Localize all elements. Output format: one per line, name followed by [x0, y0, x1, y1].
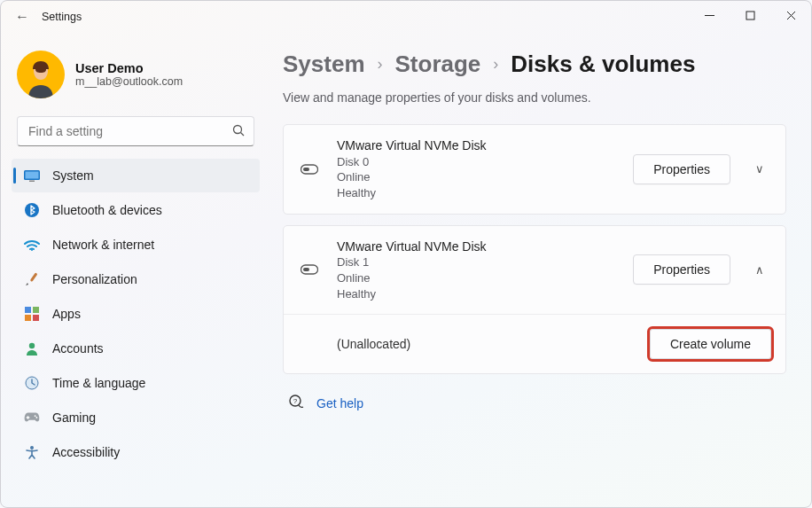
sidebar-item-label: Apps: [52, 307, 81, 321]
svg-point-1: [234, 125, 242, 133]
minimize-button[interactable]: [689, 1, 730, 29]
chevron-up-icon[interactable]: ∧: [748, 263, 771, 277]
svg-point-6: [31, 249, 33, 251]
disk-card: VMware Virtual NVMe DiskDisk 1OnlineHeal…: [283, 225, 786, 375]
disk-row[interactable]: VMware Virtual NVMe DiskDisk 0OnlineHeal…: [284, 125, 785, 214]
create-volume-button[interactable]: Create volume: [650, 329, 771, 359]
sidebar-item-label: Gaming: [52, 410, 96, 425]
breadcrumb-storage[interactable]: Storage: [395, 51, 481, 78]
user-email: m__lab@outlook.com: [75, 75, 183, 88]
disk-name: Disk 0: [337, 154, 615, 170]
svg-rect-7: [30, 272, 38, 282]
maximize-button[interactable]: [730, 1, 770, 29]
breadcrumb-current: Disks & volumes: [511, 51, 695, 78]
chevron-down-icon[interactable]: ∨: [748, 162, 771, 176]
sidebar-item-bluetooth[interactable]: Bluetooth & devices: [12, 193, 260, 227]
disk-status: Online: [337, 270, 615, 286]
sidebar-item-apps[interactable]: Apps: [12, 297, 260, 331]
sidebar-item-label: Accounts: [52, 341, 104, 356]
personalization-icon: [24, 271, 40, 287]
svg-rect-20: [303, 268, 309, 271]
svg-point-15: [36, 417, 38, 418]
svg-rect-11: [33, 315, 39, 321]
sidebar-item-label: System: [52, 168, 94, 183]
sidebar-item-time[interactable]: Time & language: [12, 366, 260, 400]
network-icon: [24, 237, 40, 253]
svg-rect-10: [25, 315, 31, 321]
sidebar-item-label: Bluetooth & devices: [52, 203, 162, 217]
svg-rect-3: [26, 172, 39, 179]
sidebar-item-label: Accessibility: [52, 445, 120, 459]
svg-point-16: [30, 446, 34, 449]
disk-title: VMware Virtual NVMe Disk: [337, 137, 615, 154]
svg-point-14: [35, 415, 36, 417]
time-icon: [24, 375, 40, 391]
bluetooth-icon: [24, 202, 40, 218]
svg-rect-4: [29, 181, 35, 183]
chevron-right-icon: ›: [493, 55, 498, 74]
page-subtitle: View and manage properties of your disks…: [283, 90, 786, 105]
nav-list: SystemBluetooth & devicesNetwork & inter…: [12, 159, 260, 469]
svg-rect-18: [303, 168, 309, 171]
accounts-icon: [24, 340, 40, 356]
svg-rect-9: [33, 307, 39, 313]
breadcrumb-system[interactable]: System: [283, 51, 365, 78]
help-row: ? Get help: [283, 394, 786, 412]
breadcrumb: System › Storage › Disks & volumes: [283, 51, 786, 78]
search-box[interactable]: [17, 116, 254, 146]
sidebar-item-network[interactable]: Network & internet: [12, 228, 260, 262]
volume-row: (Unallocated)Create volume: [284, 314, 785, 373]
sidebar: User Demo m__lab@outlook.com SystemBluet…: [1, 33, 267, 507]
disk-title: VMware Virtual NVMe Disk: [337, 238, 615, 255]
sidebar-item-label: Personalization: [52, 272, 137, 286]
settings-window: ← Settings: [0, 0, 812, 508]
disk-icon: [300, 164, 319, 175]
chevron-right-icon: ›: [378, 55, 383, 74]
get-help-link[interactable]: Get help: [316, 396, 363, 410]
sidebar-item-system[interactable]: System: [12, 159, 260, 192]
disk-row[interactable]: VMware Virtual NVMe DiskDisk 1OnlineHeal…: [284, 226, 785, 315]
disk-health: Healthy: [337, 185, 615, 201]
back-button[interactable]: ←: [10, 9, 35, 25]
disk-card: VMware Virtual NVMe DiskDisk 0OnlineHeal…: [283, 124, 786, 215]
properties-button[interactable]: Properties: [633, 154, 730, 184]
search-icon: [232, 124, 245, 139]
user-block[interactable]: User Demo m__lab@outlook.com: [12, 43, 260, 113]
sidebar-item-gaming[interactable]: Gaming: [12, 401, 260, 434]
search-input[interactable]: [27, 123, 232, 139]
window-title: Settings: [42, 11, 82, 23]
sidebar-item-label: Network & internet: [52, 238, 154, 252]
avatar: [17, 51, 65, 98]
sidebar-item-label: Time & language: [52, 376, 145, 390]
disk-icon: [300, 264, 319, 275]
user-name: User Demo: [75, 61, 183, 75]
svg-text:?: ?: [293, 397, 298, 405]
properties-button[interactable]: Properties: [633, 254, 730, 285]
sidebar-item-accessibility[interactable]: Accessibility: [12, 435, 260, 469]
sidebar-item-accounts[interactable]: Accounts: [12, 332, 260, 365]
sidebar-item-personalization[interactable]: Personalization: [12, 262, 260, 296]
close-button[interactable]: [770, 1, 811, 29]
help-icon: ?: [288, 394, 304, 412]
svg-point-12: [29, 343, 35, 348]
main-content: System › Storage › Disks & volumes View …: [267, 33, 811, 507]
svg-rect-0: [746, 12, 754, 20]
titlebar: ← Settings: [1, 1, 811, 33]
volume-label: (Unallocated): [337, 337, 650, 351]
apps-icon: [24, 306, 40, 322]
disk-health: Healthy: [337, 286, 615, 302]
disk-name: Disk 1: [337, 254, 615, 270]
system-icon: [24, 168, 40, 184]
svg-rect-8: [25, 307, 31, 313]
disk-status: Online: [337, 169, 615, 185]
accessibility-icon: [24, 444, 40, 460]
gaming-icon: [24, 410, 40, 426]
